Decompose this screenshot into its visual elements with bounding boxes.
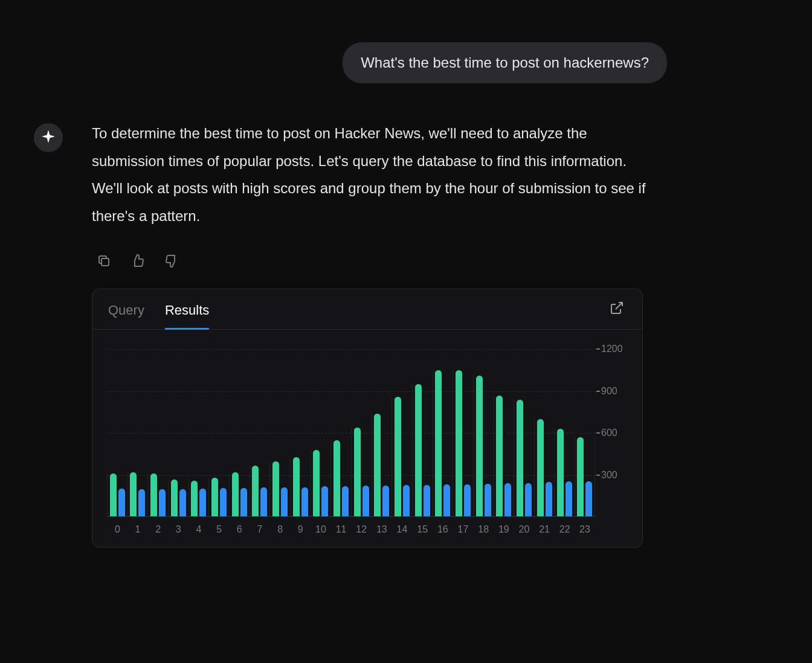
chart-bar[interactable] — [557, 429, 564, 517]
chart-bar[interactable] — [374, 414, 381, 517]
chart-bar[interactable] — [321, 486, 328, 517]
chart-bar[interactable] — [517, 400, 523, 517]
chart-bar[interactable] — [577, 437, 584, 517]
chart-bar[interactable] — [566, 481, 572, 517]
chart-bar[interactable] — [476, 376, 483, 517]
chart-bar[interactable] — [171, 479, 178, 517]
tab-query[interactable]: Query — [108, 289, 144, 329]
chart-bar[interactable] — [260, 487, 267, 517]
chart-bar[interactable] — [443, 484, 450, 517]
chart-bar[interactable] — [313, 450, 320, 517]
user-message-text: What's the best time to post on hackerne… — [361, 54, 649, 71]
thumbs-up-button[interactable] — [129, 254, 146, 271]
chart-x-tick: 5 — [216, 524, 222, 535]
assistant-message-text: To determine the best time to post on Ha… — [92, 120, 648, 229]
sparkle-icon — [40, 129, 56, 147]
chart-bar[interactable] — [485, 484, 491, 517]
chart-bar-group: 18 — [473, 376, 494, 517]
chart-bar[interactable] — [301, 487, 308, 517]
chart-bars: 01234567891011121314151617181920212223 — [107, 342, 595, 517]
thumbs-down-icon — [164, 254, 179, 271]
chart-bar[interactable] — [118, 488, 125, 517]
chart-y-tick: 1200 — [601, 344, 623, 354]
chart-bar[interactable] — [415, 384, 422, 517]
chart-bar[interactable] — [252, 466, 259, 517]
svg-rect-0 — [102, 258, 109, 266]
chart-bar-group: 22 — [554, 429, 575, 517]
chart-bar[interactable] — [525, 483, 532, 517]
chart-x-tick: 13 — [376, 524, 387, 535]
chart-bar[interactable] — [354, 428, 361, 517]
chart-bar-group: 19 — [493, 396, 514, 517]
chart-bar[interactable] — [504, 483, 511, 517]
chart-bar-group: 8 — [269, 461, 290, 517]
chart-bar[interactable] — [232, 472, 239, 517]
chart-x-tick: 8 — [277, 524, 283, 535]
chart-x-axis — [107, 516, 595, 517]
chart-bar[interactable] — [435, 370, 442, 517]
thumbs-down-button[interactable] — [163, 254, 180, 271]
chart-bar-group: 20 — [514, 400, 534, 517]
chart-area: 3006009001200012345678910111213141516171… — [92, 330, 642, 547]
panel-header: Query Results — [92, 289, 642, 330]
chart-bar-group: 1 — [127, 472, 148, 517]
chart-bar[interactable] — [537, 419, 544, 517]
chart-bar[interactable] — [159, 489, 166, 517]
chart-bar[interactable] — [464, 484, 471, 517]
chart-bar[interactable] — [293, 457, 300, 517]
chat-container: What's the best time to post on hackerne… — [0, 0, 812, 548]
expand-button[interactable] — [607, 298, 627, 320]
chart-bar[interactable] — [240, 488, 247, 517]
chart-bar-group: 2 — [147, 473, 168, 517]
chart-bar[interactable] — [220, 488, 227, 517]
chart-y-tick: 900 — [601, 386, 617, 397]
chart-bar-group: 14 — [392, 397, 412, 517]
external-link-icon — [610, 307, 624, 317]
chart-x-tick: 17 — [458, 524, 469, 535]
chart-y-tick: 300 — [601, 470, 617, 481]
thumbs-up-icon — [130, 254, 145, 271]
chart-bar[interactable] — [496, 396, 503, 517]
chart-x-tick: 15 — [417, 524, 428, 535]
chart-bar[interactable] — [456, 370, 462, 517]
chart-bar[interactable] — [362, 485, 369, 517]
chart-x-tick: 21 — [539, 524, 550, 535]
chart-bar-group: 16 — [433, 370, 453, 517]
chart-bar[interactable] — [585, 481, 592, 517]
result-panel: Query Results 300600900120001234567 — [92, 289, 643, 548]
chart-bar-group: 3 — [168, 479, 188, 517]
chart-bar[interactable] — [150, 473, 157, 517]
chart-x-tick: 9 — [298, 524, 303, 535]
copy-button[interactable] — [95, 254, 112, 271]
chart-x-tick: 16 — [437, 524, 448, 535]
copy-icon — [97, 254, 111, 271]
chart-bar-group: 9 — [290, 457, 311, 517]
chart-bar[interactable] — [342, 486, 349, 517]
chart-bar[interactable] — [110, 473, 117, 517]
chart-bar-group: 6 — [229, 472, 250, 517]
tab-results[interactable]: Results — [165, 289, 209, 329]
chart-bar[interactable] — [546, 482, 552, 517]
chart-bar[interactable] — [281, 487, 288, 517]
chart-x-tick: 3 — [176, 524, 181, 535]
chart-x-tick: 22 — [559, 524, 570, 535]
chart-bar[interactable] — [191, 481, 198, 517]
chart-x-tick: 23 — [579, 524, 590, 535]
chart-bar[interactable] — [424, 485, 430, 517]
chart-bar[interactable] — [272, 461, 279, 517]
chart-bar[interactable] — [138, 489, 145, 517]
chart-bar[interactable] — [179, 489, 186, 517]
chart-bar[interactable] — [211, 478, 218, 517]
chart-bar-group: 0 — [107, 473, 127, 517]
chart-x-tick: 18 — [478, 524, 489, 535]
chart-x-tick: 12 — [356, 524, 367, 535]
chart-bar[interactable] — [403, 485, 410, 517]
chart-bar[interactable] — [334, 440, 340, 517]
chart-bar[interactable] — [130, 472, 137, 517]
chart-y-tick-mark — [596, 391, 600, 392]
chart-bar[interactable] — [395, 397, 401, 517]
chart-bar-group: 23 — [575, 437, 595, 517]
chart-bar[interactable] — [199, 488, 206, 517]
tab-results-label: Results — [165, 303, 209, 318]
chart-bar[interactable] — [382, 485, 389, 517]
